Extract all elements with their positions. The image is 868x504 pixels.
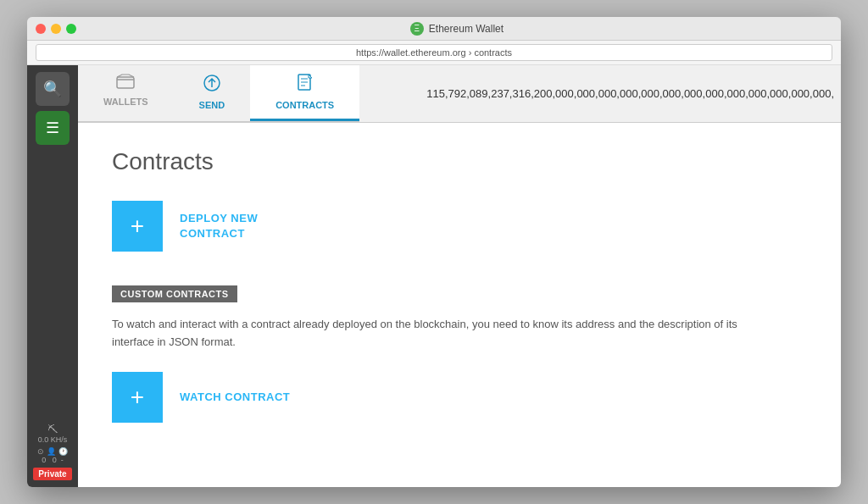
watch-contract-button[interactable]: + WATCH CONTRACT: [112, 372, 307, 423]
url-bar[interactable]: https://wallet.ethereum.org › contracts: [36, 44, 832, 61]
nav-tabs: WALLETS SEND: [78, 65, 359, 122]
wallets-tab-label: WALLETS: [103, 97, 148, 107]
ticker-area: 115,792,089,237,316,200,000,000,000,000,…: [359, 65, 841, 122]
deploy-contract-button[interactable]: + DEPLOY NEWCONTRACT: [112, 201, 275, 252]
menu-icon: ☰: [46, 119, 59, 137]
title-bar: Ξ Ethereum Wallet: [27, 17, 841, 41]
peers-icon: 👤: [47, 447, 56, 456]
contracts-icon: [297, 74, 314, 97]
wallets-icon: [116, 74, 135, 93]
pickaxe-icon: ⛏: [47, 424, 58, 435]
minimize-button[interactable]: [51, 24, 61, 34]
app-window: Ξ Ethereum Wallet https://wallet.ethereu…: [27, 17, 841, 487]
page-content: Contracts + DEPLOY NEWCONTRACT CUSTOM CO…: [78, 123, 841, 487]
tab-wallets[interactable]: WALLETS: [78, 65, 174, 121]
title-text: Ethereum Wallet: [429, 23, 504, 35]
close-button[interactable]: [36, 24, 46, 34]
custom-contracts-header: CUSTOM CONTRACTS: [112, 285, 237, 302]
url-bar-row: https://wallet.ethereum.org › contracts: [27, 41, 841, 65]
private-badge: Private: [33, 468, 71, 480]
app-body: 🔍 ☰ ⛏ 0.0 KH/s ⊙ 👤 🕐 0 0 -: [27, 65, 841, 487]
hash-rate: ⛏ 0.0 KH/s: [38, 424, 68, 444]
custom-contracts-section: CUSTOM CONTRACTS To watch and interact w…: [112, 285, 807, 423]
network-stats: ⊙ 👤 🕐 0 0 -: [37, 447, 67, 464]
sidebar-bottom: ⛏ 0.0 KH/s ⊙ 👤 🕐 0 0 - Private: [33, 424, 71, 487]
tab-send[interactable]: SEND: [174, 65, 251, 121]
watch-plus-icon: +: [112, 372, 163, 423]
sidebar: 🔍 ☰ ⛏ 0.0 KH/s ⊙ 👤 🕐 0 0 -: [27, 65, 78, 487]
svg-rect-0: [117, 77, 134, 88]
main-content: WALLETS SEND: [78, 65, 841, 487]
send-tab-label: SEND: [199, 100, 225, 110]
search-sidebar-button[interactable]: 🔍: [36, 72, 70, 106]
eth-icon: Ξ: [410, 22, 424, 36]
page-title: Contracts: [112, 148, 807, 175]
nav-tabs-row: WALLETS SEND: [78, 65, 841, 123]
deploy-plus-icon: +: [112, 201, 163, 252]
clock-icon: 🕐: [58, 447, 68, 456]
maximize-button[interactable]: [66, 24, 76, 34]
custom-contracts-description: To watch and interact with a contract al…: [112, 316, 773, 352]
ticker-value: 115,792,089,237,316,200,000,000,000,000,…: [426, 87, 834, 100]
deploy-label: DEPLOY NEWCONTRACT: [163, 211, 275, 241]
send-icon: [203, 74, 221, 97]
search-icon: 🔍: [43, 80, 62, 98]
menu-sidebar-button[interactable]: ☰: [36, 111, 70, 145]
window-title: Ξ Ethereum Wallet: [81, 22, 832, 36]
layers-icon: ⊙: [37, 447, 44, 456]
contracts-tab-label: CONTRACTS: [275, 100, 334, 110]
tab-contracts[interactable]: CONTRACTS: [250, 65, 359, 121]
watch-label: WATCH CONTRACT: [163, 390, 307, 405]
